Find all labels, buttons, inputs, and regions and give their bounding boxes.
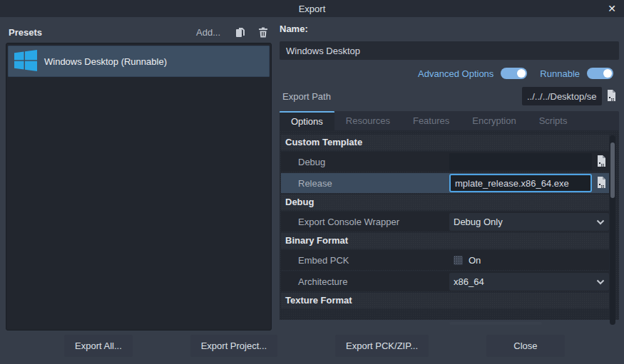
export-project-button[interactable]: Export Project... <box>190 335 277 357</box>
chevron-down-icon <box>596 276 605 287</box>
export-all-button[interactable]: Export All... <box>64 335 133 357</box>
presets-list: Windows Desktop (Runnable) <box>6 43 272 331</box>
console-wrapper-dropdown[interactable]: Debug Only <box>449 213 609 231</box>
release-template-input[interactable] <box>449 174 592 192</box>
export-pck-zip-button[interactable]: Export PCK/ZIP... <box>335 335 429 357</box>
preset-item-windows-desktop[interactable]: Windows Desktop (Runnable) <box>8 46 270 77</box>
embed-pck-label: Embed PCK <box>281 255 449 266</box>
file-dialog-icon <box>606 90 616 103</box>
delete-preset-button[interactable] <box>255 25 272 39</box>
toggles-row: Advanced Options Runnable <box>280 63 619 84</box>
embed-pck-value: On <box>469 255 481 266</box>
property-row-debug-template: Debug <box>281 152 609 172</box>
architecture-value: x86_64 <box>454 276 596 287</box>
windows-logo-icon <box>14 50 37 73</box>
console-wrapper-label: Export Console Wrapper <box>281 217 449 227</box>
export-path-input[interactable] <box>522 87 602 105</box>
preset-item-label: Windows Desktop (Runnable) <box>44 56 167 67</box>
section-debug: Debug <box>281 194 609 210</box>
close-icon[interactable]: ✕ <box>605 2 618 15</box>
tab-resources[interactable]: Resources <box>334 111 401 130</box>
presets-title: Presets <box>6 27 190 38</box>
trash-icon <box>258 27 268 38</box>
release-template-label: Release <box>281 178 449 189</box>
property-row-release-template: Release <box>281 173 609 193</box>
close-button[interactable]: Close <box>486 335 565 357</box>
debug-template-browse-button[interactable] <box>593 153 609 170</box>
export-path-label: Export Path <box>280 91 522 102</box>
dialog-title: Export <box>299 4 326 14</box>
duplicate-icon <box>235 27 246 38</box>
advanced-options-toggle[interactable] <box>501 68 527 79</box>
console-wrapper-editor: Debug Only <box>449 213 609 231</box>
property-row-architecture: Architecture x86_64 <box>281 271 609 291</box>
runnable-toggle[interactable] <box>587 68 613 79</box>
tab-encryption[interactable]: Encryption <box>461 111 527 130</box>
architecture-dropdown[interactable]: x86_64 <box>449 273 609 291</box>
dialog-titlebar: Export ✕ <box>0 0 624 17</box>
export-path-row: Export Path <box>280 85 619 107</box>
footer-button-row: Export All... Export Project... Export P… <box>0 335 624 357</box>
tab-options[interactable]: Options <box>280 111 334 130</box>
architecture-editor: x86_64 <box>449 273 609 291</box>
options-tab-bar: Options Resources Features Encryption Sc… <box>280 111 619 130</box>
debug-template-label: Debug <box>281 157 449 167</box>
tab-features[interactable]: Features <box>401 111 461 130</box>
section-texture-format: Texture Format <box>281 293 609 308</box>
architecture-label: Architecture <box>281 276 449 287</box>
runnable-label: Runnable <box>540 68 580 79</box>
export-settings-column: Name: Advanced Options Runnable Export P… <box>280 23 619 320</box>
export-path-browse-button[interactable] <box>603 88 619 105</box>
add-preset-button[interactable]: Add... <box>190 26 226 39</box>
embed-pck-checkbox[interactable] <box>454 256 463 265</box>
options-horizontal-scrollbar[interactable] <box>449 322 542 325</box>
chevron-down-icon <box>596 217 605 227</box>
console-wrapper-value: Debug Only <box>454 217 596 227</box>
section-custom-template: Custom Template <box>281 135 609 150</box>
embed-pck-editor: On <box>449 255 609 266</box>
tab-scripts[interactable]: Scripts <box>528 111 579 130</box>
debug-template-editor <box>449 153 609 170</box>
toggle-knob <box>603 69 612 78</box>
release-template-editor <box>449 174 609 192</box>
file-dialog-icon <box>596 155 606 169</box>
name-label: Name: <box>280 23 619 38</box>
section-binary-format: Binary Format <box>281 233 609 249</box>
name-input[interactable] <box>280 41 619 60</box>
duplicate-preset-button[interactable] <box>232 25 249 39</box>
options-panel: Custom Template Debug <box>280 130 619 320</box>
property-row-console-wrapper: Export Console Wrapper Debug Only <box>281 212 609 232</box>
debug-template-input[interactable] <box>449 153 592 170</box>
toggle-knob <box>517 69 526 78</box>
scrollbar-thumb[interactable] <box>610 142 615 198</box>
presets-header: Presets Add... <box>6 23 272 41</box>
advanced-options-label: Advanced Options <box>418 68 493 79</box>
release-template-browse-button[interactable] <box>593 175 609 192</box>
file-dialog-icon <box>596 177 606 190</box>
property-row-embed-pck: Embed PCK On <box>281 250 609 270</box>
options-vertical-scrollbar[interactable] <box>610 135 615 325</box>
